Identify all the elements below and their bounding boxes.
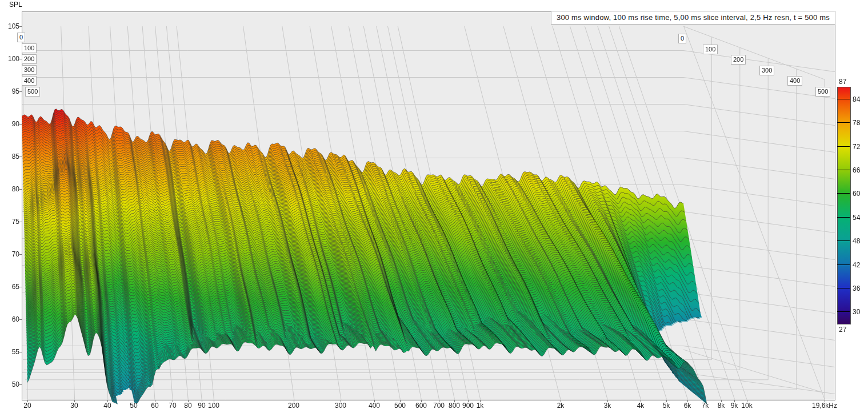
spl-tick-label: 70 xyxy=(2,251,19,258)
spl-tick-label: 80 xyxy=(2,186,19,193)
freq-tick-label: 3k xyxy=(604,402,611,409)
freq-tick-label: 7k xyxy=(702,402,709,409)
freq-tick-label: 900 xyxy=(462,402,474,409)
colorbar-tick-label: 66 xyxy=(853,166,860,174)
time-label-left: 300 xyxy=(22,65,37,75)
time-label-left: 200 xyxy=(22,54,37,64)
freq-tick-label: 200 xyxy=(288,402,299,409)
freq-tick-label: 6k xyxy=(684,402,691,409)
time-label-right: 100 xyxy=(703,45,718,54)
spl-tick-label: 95 xyxy=(2,88,19,95)
colorbar-tick-line xyxy=(837,264,850,265)
spl-tick-label: 85 xyxy=(2,153,19,160)
freq-tick-label: 100 xyxy=(208,402,219,409)
colorbar-tick-line xyxy=(837,217,850,218)
spl-tick-label: 55 xyxy=(2,348,19,355)
freq-tick-label: 8k xyxy=(718,402,725,409)
colorbar-tick-label: 36 xyxy=(853,284,860,292)
colorbar-tick-label: 48 xyxy=(853,237,860,245)
colorbar-tick-line xyxy=(837,240,850,241)
colorbar-tick-label: 84 xyxy=(853,95,860,103)
freq-tick-label: 90 xyxy=(198,402,205,409)
colorbar-max-label: 87 xyxy=(839,78,846,86)
time-label-left: 0 xyxy=(17,33,25,42)
freq-tick-label: 60 xyxy=(151,402,158,409)
time-label-right: 400 xyxy=(787,76,802,86)
spl-tick-label: 100 xyxy=(2,55,19,62)
time-label-right: 500 xyxy=(815,87,830,97)
colorbar-tick-line xyxy=(837,311,850,312)
spl-tick-label: 50 xyxy=(2,381,19,388)
time-label-right: 300 xyxy=(759,66,774,75)
freq-tick-label: 9k xyxy=(731,402,738,409)
colorbar-min-label: 27 xyxy=(839,326,846,334)
graph-settings-box: 300 ms window, 100 ms rise time, 5,00 ms… xyxy=(551,11,835,25)
colorbar-tick-label: 72 xyxy=(853,143,860,151)
freq-tick-label: 30 xyxy=(70,402,78,409)
waterfall-window: SPL 300 ms window, 100 ms rise time, 5,0… xyxy=(0,0,868,413)
freq-tick-label: 1k xyxy=(477,402,484,409)
colorbar-tick-label: 30 xyxy=(853,308,860,316)
freq-tick-label: 800 xyxy=(449,402,460,409)
freq-tick-label: 300 xyxy=(335,402,346,409)
colorbar-tick-line xyxy=(837,170,850,170)
colorbar-tick-line xyxy=(837,146,850,147)
freq-tick-label: 700 xyxy=(433,402,445,409)
freq-tick-label: 50 xyxy=(130,402,137,409)
time-label-left: 500 xyxy=(25,87,40,97)
freq-tick-label: 20 xyxy=(23,402,31,409)
time-label-left: 100 xyxy=(22,43,37,53)
freq-tick-label: 400 xyxy=(369,402,380,409)
spl-tick-label: 65 xyxy=(2,283,19,290)
spl-tick-label: 75 xyxy=(2,218,19,225)
colorbar-tick-line xyxy=(837,99,850,99)
freq-tick-label: 4k xyxy=(637,402,645,409)
colorbar-tick-line xyxy=(837,193,850,194)
spl-axis-title: SPL xyxy=(9,1,22,8)
colorbar-tick-line xyxy=(837,122,850,123)
spl-tick-label: 60 xyxy=(2,316,19,323)
time-label-left: 400 xyxy=(22,76,37,86)
freq-tick-label: 80 xyxy=(184,402,191,409)
colorbar-tick-label: 54 xyxy=(853,214,860,222)
colorbar-tick-label: 78 xyxy=(853,119,860,127)
colorbar-tick-line xyxy=(837,288,850,288)
freq-tick-label: 70 xyxy=(169,402,176,409)
colorbar-tick-label: 42 xyxy=(853,261,860,269)
spl-tick-label: 105 xyxy=(2,23,19,30)
time-label-right: 200 xyxy=(731,55,746,65)
colorbar: 872784787266605448423630 xyxy=(837,78,868,334)
time-label-right: 0 xyxy=(678,34,686,43)
freq-tick-label: 10k xyxy=(741,402,752,409)
freq-tick-label: 5k xyxy=(663,402,670,409)
freq-tick-label: 2k xyxy=(557,402,565,409)
freq-tick-label: 500 xyxy=(394,402,406,409)
freq-tick-label: 40 xyxy=(103,402,111,409)
freq-tick-label: 19,6kHz xyxy=(812,402,837,409)
spl-tick-label: 90 xyxy=(2,121,19,127)
freq-tick-label: 600 xyxy=(415,402,427,409)
colorbar-tick-label: 60 xyxy=(853,190,860,198)
